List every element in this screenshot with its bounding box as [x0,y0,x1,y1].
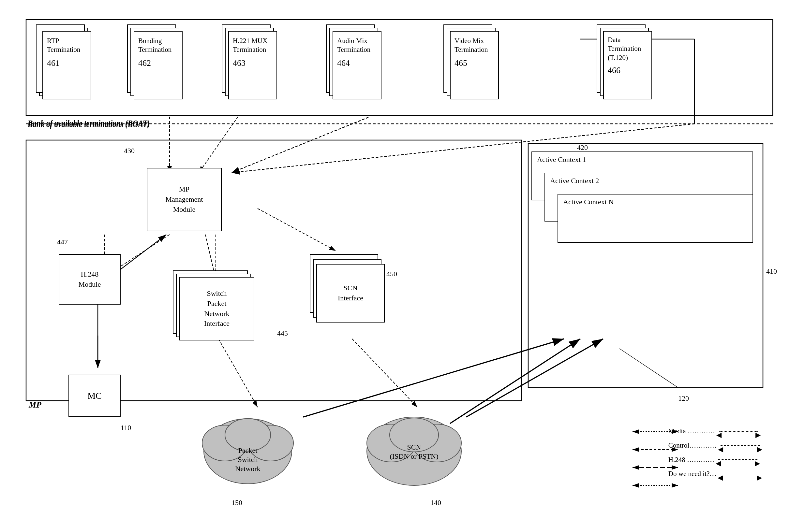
downi-label: Do we need it?… [668,468,717,480]
svg-text:Network: Network [235,464,260,473]
mc-box: MC [69,375,121,417]
label-110: 110 [121,423,131,432]
rtp-termination-stack: RTPTermination461 RTPTermination461 [36,24,93,106]
svg-line-22 [218,339,258,407]
label-140: 140 [430,498,441,507]
label-450: 450 [386,270,397,278]
active-context-front: Active Context N [557,194,753,243]
svg-text:Packet: Packet [238,446,258,454]
data-termination-stack: DataTermination(T.120)466 [596,24,654,106]
legend-control: Control………… ▶ ◀ [668,439,760,452]
h248-module-box: H.248Module [59,254,121,305]
legend-media: Media ………… ▶ ◀ [668,425,760,438]
spni-front: SwitchPacketNetworkInterface [179,277,254,340]
svg-text:SCN: SCN [407,443,421,451]
mp-management-box: MPManagementModule [147,168,222,231]
svg-line-24 [303,339,564,417]
label-420: 420 [577,143,588,152]
svg-line-27 [620,348,678,388]
media-label: Media ………… [668,425,715,438]
legend-downi: Do we need it?… ▶ ◀ [668,468,760,480]
h221mux-termination-stack: H.221 MUXTermination463 [222,24,279,106]
legend-h248: H.248 ………… ▶ ◀ [668,454,760,466]
svg-line-23 [352,339,417,407]
diagram-container: Bank of available terminations (BOAT) RT… [10,6,779,525]
videomix-termination-stack: Video MixTermination465 [443,24,500,106]
svg-line-9 [199,117,238,173]
scn-cloud: SCN (ISDN or PSTN) [362,411,466,492]
legend: Media ………… ▶ ◀ Control………… ▶ ◀ H.248 ………… [668,425,760,480]
label-120: 120 [678,394,689,403]
svg-line-25 [450,339,580,423]
label-445: 445 [277,329,288,338]
label-150: 150 [232,498,242,507]
svg-text:(ISDN or PSTN): (ISDN or PSTN) [390,452,438,460]
packet-switch-network-cloud: Packet Switch Network [199,411,297,492]
svg-text:Switch: Switch [238,455,258,463]
label-447: 447 [57,238,68,246]
svg-line-10 [232,117,368,173]
svg-line-18 [258,209,336,251]
mp-label: MP [29,400,41,410]
svg-line-26 [466,339,603,417]
audiomix-termination-stack: Audio MixTermination464 [326,24,383,106]
bonding-termination-stack: BondingTermination462 [127,24,184,106]
label-430: 430 [124,147,135,155]
scni-front: SCNInterface [316,264,385,323]
control-label: Control………… [668,439,717,452]
h248-label: H.248 ………… [668,454,714,466]
boat-label-text: Bank of available terminations (BOAT) [28,120,150,129]
label-410: 410 [766,267,777,276]
